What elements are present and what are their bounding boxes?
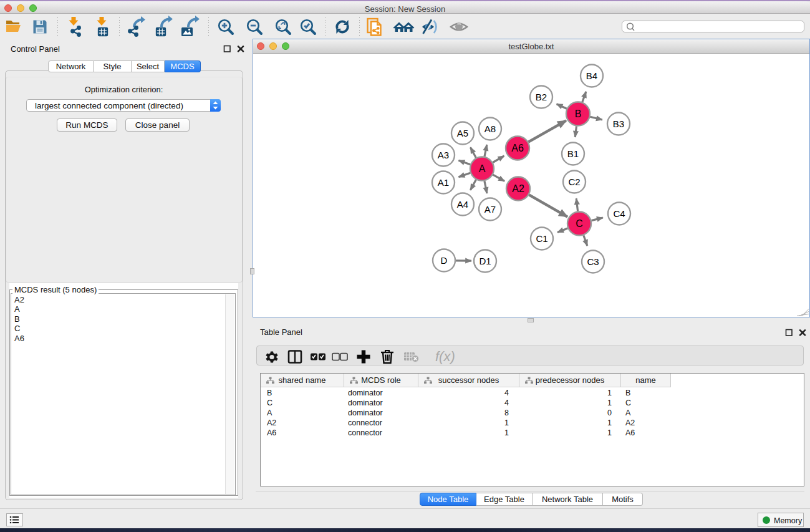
svg-text:B: B — [575, 109, 582, 119]
svg-text:C3: C3 — [587, 256, 599, 267]
svg-text:C2: C2 — [568, 177, 580, 187]
svg-text:A6: A6 — [511, 143, 524, 153]
svg-text:A7: A7 — [485, 204, 496, 215]
svg-text:f(x): f(x) — [435, 349, 455, 364]
svg-text:A4: A4 — [457, 199, 468, 210]
svg-text:A8: A8 — [485, 123, 496, 134]
svg-text:B4: B4 — [586, 70, 597, 81]
svg-text:A2: A2 — [512, 183, 524, 194]
svg-text:C: C — [576, 218, 583, 229]
svg-text:A5: A5 — [457, 128, 468, 138]
svg-text:C4: C4 — [613, 208, 625, 219]
svg-text:A: A — [479, 163, 486, 174]
svg-text:B3: B3 — [613, 118, 624, 129]
svg-text:B2: B2 — [536, 92, 547, 102]
svg-text:D1: D1 — [479, 256, 491, 266]
svg-text:B1: B1 — [567, 148, 579, 159]
svg-text:A3: A3 — [438, 150, 449, 160]
svg-text:C1: C1 — [536, 233, 547, 244]
svg-text:D: D — [441, 255, 448, 266]
svg-text:A1: A1 — [438, 177, 449, 188]
